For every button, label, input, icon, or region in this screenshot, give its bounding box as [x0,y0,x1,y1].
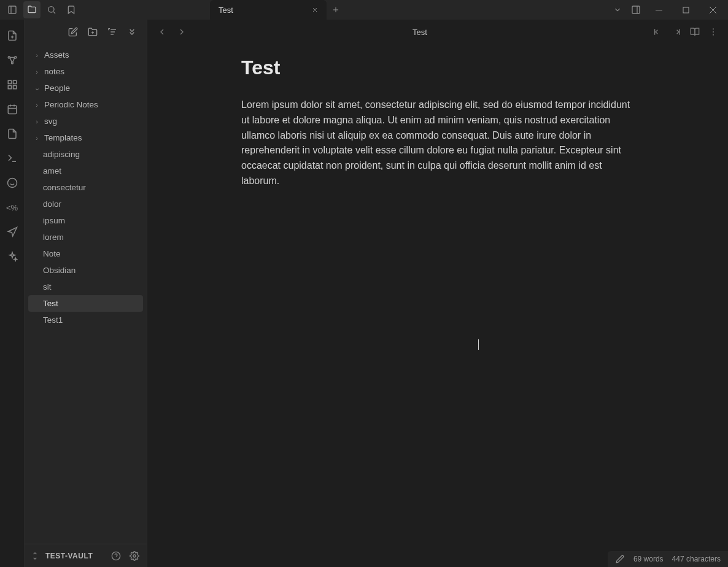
right-sidebar-toggle-icon[interactable] [627,1,645,18]
svg-rect-25 [8,86,11,89]
file-label: consectetur [43,183,86,192]
editor: Test Test Lorem ipsum dolor sit amet, co… [147,20,728,567]
file-dolor[interactable]: dolor [28,196,143,212]
word-count[interactable]: 69 words [633,555,664,563]
files-icon[interactable] [23,1,41,18]
document-title[interactable]: Test [241,56,634,79]
file-adipiscing[interactable]: adipiscing [28,146,143,163]
graph-icon[interactable] [5,53,20,68]
new-tab-button[interactable] [327,0,345,20]
templater-icon[interactable]: <% [5,200,20,215]
file-label: sit [43,282,52,291]
pin-right-icon[interactable] [669,25,684,39]
folder-notes[interactable]: ›notes [28,63,143,80]
svg-point-18 [11,62,13,64]
char-count[interactable]: 447 characters [672,555,721,563]
file-label: lorem [43,233,64,242]
pin-left-icon[interactable] [651,25,665,39]
new-folder-icon[interactable] [87,26,99,38]
file-test[interactable]: Test [28,295,143,312]
svg-point-31 [7,179,17,188]
sort-icon[interactable] [106,26,118,38]
svg-rect-23 [13,80,16,83]
file-label: Test1 [43,315,63,325]
search-icon[interactable] [43,1,60,18]
svg-rect-24 [13,86,16,89]
svg-point-41 [133,555,136,557]
svg-line-19 [10,58,12,62]
templates-icon[interactable] [5,126,20,141]
chevron-down-icon: ⌄ [33,84,41,92]
chevron-right-icon: › [33,101,41,109]
canvas-icon[interactable] [5,77,20,92]
document-body[interactable]: Lorem ipsum dolor sit amet, consectetur … [241,98,634,189]
file-lorem[interactable]: lorem [28,229,143,245]
settings-icon[interactable] [128,551,141,561]
help-icon[interactable] [110,551,122,561]
folder-label: Templates [44,133,82,142]
folder-templates[interactable]: ›Templates [28,129,143,146]
tab-dropdown-icon[interactable] [609,1,626,18]
command-palette-icon[interactable] [5,151,20,166]
svg-point-2 [48,7,54,12]
bookmarks-icon[interactable] [63,1,80,18]
chevron-right-icon: › [33,52,41,59]
file-label: adipiscing [43,150,80,159]
window-maximize-button[interactable] [673,1,699,19]
svg-rect-8 [632,6,640,14]
svg-rect-22 [8,80,11,83]
editor-breadcrumb[interactable]: Test [194,28,646,37]
file-tree: ›Assets›notes⌄People›Periodic Notes›svg›… [25,44,147,544]
tab-test[interactable]: Test [210,0,327,20]
window-close-button[interactable] [700,1,726,19]
ribbon: <% [0,20,25,567]
daily-note-icon[interactable] [5,102,20,117]
file-label: dolor [43,199,61,209]
chevron-right-icon: › [33,134,41,142]
sidebar-toggle-icon[interactable] [4,1,21,18]
file-note[interactable]: Note [28,245,143,262]
file-label: Test [43,299,58,308]
folder-periodic-notes[interactable]: ›Periodic Notes [28,96,143,113]
window-minimize-button[interactable] [646,1,672,19]
folder-label: People [44,83,70,93]
file-label: Obsidian [43,266,76,275]
chevron-right-icon: › [33,118,41,125]
editor-content[interactable]: Test Lorem ipsum dolor sit amet, consect… [147,44,728,567]
publish-icon[interactable] [5,225,20,239]
emoji-icon[interactable] [5,176,20,190]
file-obsidian[interactable]: Obsidian [28,262,143,279]
file-test1[interactable]: Test1 [28,312,143,328]
vault-name[interactable]: TEST-VAULT [45,552,104,560]
folder-label: svg [44,117,57,126]
folder-label: notes [44,67,64,76]
folder-label: Assets [44,50,69,60]
sparkle-icon[interactable] [5,249,20,264]
svg-rect-10 [656,10,662,10]
svg-line-20 [12,58,14,62]
more-options-icon[interactable] [706,25,721,39]
close-tab-icon[interactable] [309,4,320,15]
svg-rect-0 [9,6,16,14]
folder-people[interactable]: ⌄People [28,80,143,96]
text-cursor [478,339,479,350]
edit-mode-icon[interactable] [615,555,625,563]
file-amet[interactable]: amet [28,163,143,179]
chevron-right-icon: › [33,68,41,75]
vault-switcher-icon[interactable] [31,552,39,560]
reading-mode-icon[interactable] [687,25,702,39]
quick-switcher-icon[interactable] [5,28,20,43]
titlebar: Test [0,0,728,20]
folder-assets[interactable]: ›Assets [28,47,143,63]
nav-forward-icon[interactable] [174,25,189,39]
file-sit[interactable]: sit [28,279,143,295]
statusbar: 69 words 447 characters [608,551,728,567]
svg-rect-11 [683,7,689,13]
new-note-icon[interactable] [67,26,79,38]
svg-rect-26 [8,106,17,114]
file-consectetur[interactable]: consectetur [28,179,143,196]
folder-svg[interactable]: ›svg [28,113,143,129]
nav-back-icon[interactable] [155,25,169,39]
file-ipsum[interactable]: ipsum [28,212,143,229]
collapse-icon[interactable] [126,26,138,38]
